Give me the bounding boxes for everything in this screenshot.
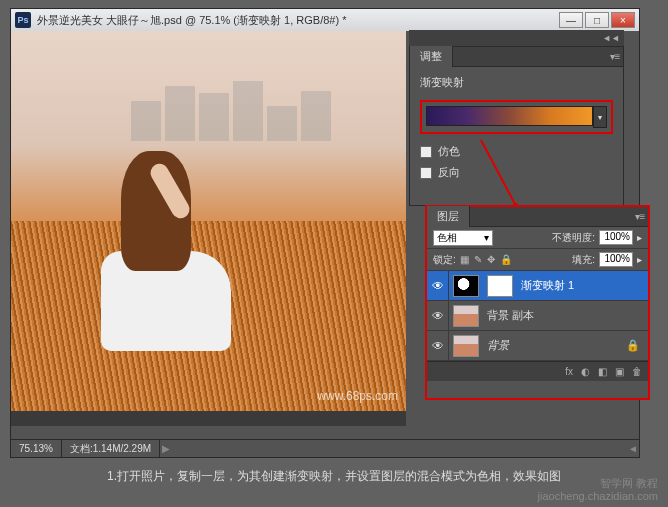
trash-icon[interactable]: 🗑	[632, 366, 642, 377]
fill-arrow-icon[interactable]: ▸	[637, 254, 642, 265]
lock-transparency-icon[interactable]: ▦	[460, 254, 469, 265]
mask-thumb[interactable]	[487, 275, 513, 297]
panel-menu-icon[interactable]: ▾≡	[607, 51, 623, 62]
layer-row-bg[interactable]: 👁 背景 🔒	[427, 331, 648, 361]
lock-icon: 🔒	[626, 339, 640, 352]
layer-row-gradient-map[interactable]: 👁 渐变映射 1	[427, 271, 648, 301]
doc-size-label: 文档:	[70, 442, 93, 456]
dither-checkbox[interactable]	[420, 146, 432, 158]
layer-list: 👁 渐变映射 1 👁 背景 副本 👁 背景 🔒	[427, 271, 648, 361]
photo-canvas[interactable]: www.68ps.com	[11, 31, 406, 411]
reverse-label: 反向	[438, 165, 460, 180]
gradient-highlight: ▾	[420, 100, 613, 134]
lock-label: 锁定:	[433, 253, 456, 267]
doc-info-arrow[interactable]: ▶	[160, 443, 172, 454]
adjustments-panel: 调整 ▾≡ 渐变映射 ▾ 仿色 反向	[409, 46, 624, 206]
opacity-arrow-icon[interactable]: ▸	[637, 232, 642, 243]
layers-panel: 图层 ▾≡ 色相▾ 不透明度: 100% ▸ 锁定: ▦ ✎ ✥ 🔒 填充: 1…	[425, 205, 650, 400]
chevron-down-icon: ▾	[484, 232, 489, 243]
close-button[interactable]: ×	[611, 12, 635, 28]
lock-position-icon[interactable]: ✥	[487, 254, 495, 265]
photoshop-icon: Ps	[15, 12, 31, 28]
reverse-checkbox[interactable]	[420, 167, 432, 179]
gradient-picker[interactable]	[426, 106, 593, 126]
subject-figure	[71, 151, 231, 351]
gradient-dropdown-icon[interactable]: ▾	[593, 106, 607, 128]
credit: 智学网 教程 jiaocheng.chazidian.com	[538, 477, 658, 503]
document-title: 外景逆光美女 大眼仔～旭.psd @ 75.1% (渐变映射 1, RGB/8#…	[37, 13, 346, 28]
layer-row-bg-copy[interactable]: 👁 背景 副本	[427, 301, 648, 331]
layer-name: 背景 副本	[487, 308, 534, 323]
adjustment-icon[interactable]: ◧	[598, 366, 607, 377]
background-buildings	[131, 71, 406, 141]
blend-mode-dropdown[interactable]: 色相▾	[433, 230, 493, 246]
visibility-toggle[interactable]: 👁	[427, 301, 449, 330]
fill-label: 填充:	[572, 253, 595, 267]
titlebar: Ps 外景逆光美女 大眼仔～旭.psd @ 75.1% (渐变映射 1, RGB…	[11, 9, 639, 31]
lock-all-icon[interactable]: 🔒	[500, 254, 512, 265]
watermark: www.68ps.com	[317, 389, 398, 403]
scroll-left-icon[interactable]: ◄	[627, 443, 639, 454]
opacity-input[interactable]: 100%	[599, 230, 633, 245]
new-layer-icon[interactable]: ▣	[615, 366, 624, 377]
fx-icon[interactable]: fx	[565, 366, 573, 377]
adjustments-tab[interactable]: 调整	[410, 46, 453, 67]
layer-thumb[interactable]	[453, 305, 479, 327]
dither-label: 仿色	[438, 144, 460, 159]
canvas-area: www.68ps.com	[11, 31, 406, 426]
zoom-level[interactable]: 75.13%	[11, 440, 62, 457]
layer-name: 渐变映射 1	[521, 278, 574, 293]
layer-name: 背景	[487, 338, 509, 353]
layers-tab[interactable]: 图层	[427, 206, 470, 227]
fill-input[interactable]: 100%	[599, 252, 633, 267]
layer-thumb[interactable]	[453, 335, 479, 357]
adjustment-title: 渐变映射	[420, 75, 613, 90]
minimize-button[interactable]: —	[559, 12, 583, 28]
opacity-label: 不透明度:	[552, 231, 595, 245]
status-bar: 75.13% 文档: 1.14M/2.29M ▶ ◄	[11, 439, 639, 457]
visibility-toggle[interactable]: 👁	[427, 271, 449, 300]
lock-pixels-icon[interactable]: ✎	[474, 254, 482, 265]
layers-menu-icon[interactable]: ▾≡	[632, 211, 648, 222]
visibility-toggle[interactable]: 👁	[427, 331, 449, 360]
layers-footer: fx ◐ ◧ ▣ 🗑	[427, 361, 648, 381]
panel-collapse-bar[interactable]: ◄◄	[409, 30, 624, 46]
adjustment-thumb[interactable]	[453, 275, 479, 297]
mask-icon[interactable]: ◐	[581, 366, 590, 377]
maximize-button[interactable]: □	[585, 12, 609, 28]
doc-size-value: 1.14M/2.29M	[93, 443, 151, 454]
